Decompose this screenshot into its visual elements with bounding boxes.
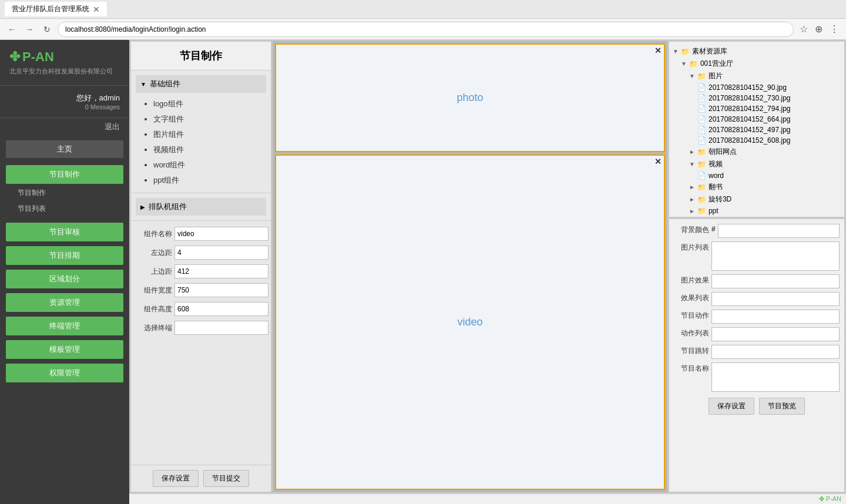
jump-input[interactable] bbox=[711, 345, 840, 359]
tree-label-0: 001营业厅 bbox=[700, 59, 733, 69]
toggle-9: ▼ bbox=[689, 161, 695, 167]
toggle-13: ► bbox=[689, 208, 695, 214]
subitem-program-list[interactable]: 节目列表 bbox=[6, 201, 123, 217]
prop-name-input[interactable] bbox=[174, 227, 268, 241]
action-input[interactable] bbox=[711, 310, 840, 324]
tree-item-11[interactable]: ► 📁 翻书 bbox=[689, 181, 841, 193]
basic-components-section: ▼ 基础组件 logo组件 文字组件 图片组件 视频组件 word组件 ppt组… bbox=[131, 70, 271, 193]
save-settings-button[interactable]: 保存设置 bbox=[153, 470, 199, 487]
logo-symbol: ✤ bbox=[9, 49, 20, 65]
widget-video-close-icon[interactable]: ✕ bbox=[654, 157, 662, 166]
toggle-11: ► bbox=[689, 184, 695, 190]
folder-icon-0: 📁 bbox=[689, 60, 698, 68]
sidebar-item-permission[interactable]: 权限管理 bbox=[6, 364, 123, 382]
home-button[interactable]: 主页 bbox=[6, 140, 123, 158]
tree-item-4[interactable]: 📄 20170828104152_794.jpg bbox=[697, 103, 841, 114]
tree-item-5[interactable]: 📄 20170828104152_664.jpg bbox=[697, 114, 841, 125]
component-image[interactable]: 图片组件 bbox=[153, 127, 266, 142]
setting-row-action: 节目动作 bbox=[674, 310, 840, 324]
tree-label-13: ppt bbox=[709, 207, 719, 215]
sidebar-item-program-schedule[interactable]: 节目排期 bbox=[6, 246, 123, 265]
tab-title: 营业厅排队后台管理系统 bbox=[12, 4, 89, 14]
component-ppt[interactable]: ppt组件 bbox=[153, 173, 266, 188]
menu-icon[interactable]: ⋮ bbox=[827, 22, 841, 36]
folder-icon-11: 📁 bbox=[697, 183, 706, 191]
prop-height-input[interactable] bbox=[174, 302, 268, 316]
actionlist-input[interactable] bbox=[711, 327, 840, 341]
tree-item-1[interactable]: ▼ 📁 图片 bbox=[689, 70, 841, 82]
prop-left-input[interactable] bbox=[174, 246, 268, 260]
subitem-program-create[interactable]: 节目制作 bbox=[6, 185, 123, 201]
section-header-program-create[interactable]: 节目制作 bbox=[6, 165, 123, 184]
tree-label-6: 20170828104152_497.jpg bbox=[709, 126, 790, 134]
imageeffect-input[interactable] bbox=[711, 274, 840, 288]
component-text[interactable]: 文字组件 bbox=[153, 112, 266, 127]
submit-program-button[interactable]: 节目提交 bbox=[203, 470, 249, 487]
sidebar-item-resource[interactable]: 资源管理 bbox=[6, 293, 123, 312]
imagelist-label: 图片列表 bbox=[674, 241, 709, 253]
sidebar-item-terminal[interactable]: 终端管理 bbox=[6, 317, 123, 335]
file-tree-panel: ▼ 📁 素材资源库 ▼ 📁 001营业厅 ▼ � bbox=[669, 41, 845, 217]
back-button[interactable]: ← bbox=[5, 22, 19, 36]
effectlist-label: 效果列表 bbox=[674, 292, 709, 303]
prop-action-buttons: 保存设置 节目提交 bbox=[131, 465, 271, 492]
tree-item-9[interactable]: ▼ 📁 视频 bbox=[689, 158, 841, 170]
tree-item-10[interactable]: 📄 word bbox=[697, 170, 841, 181]
sidebar-user: 您好，admin 0 Messages bbox=[0, 86, 129, 118]
component-logo[interactable]: logo组件 bbox=[153, 96, 266, 112]
tree-item-6[interactable]: 📄 20170828104152_497.jpg bbox=[697, 125, 841, 135]
right-save-button[interactable]: 保存设置 bbox=[709, 398, 754, 415]
tree-item-0[interactable]: ▼ 📁 001营业厅 bbox=[681, 58, 841, 70]
bookmark-icon[interactable]: ☆ bbox=[797, 22, 810, 36]
imagelist-textarea[interactable] bbox=[711, 241, 840, 271]
forward-button[interactable]: → bbox=[22, 22, 36, 36]
tree-label-11: 翻书 bbox=[709, 182, 723, 192]
tree-level3-word: 📄 word bbox=[689, 170, 841, 181]
tree-label-2: 20170828104152_90.jpg bbox=[709, 83, 787, 92]
tree-root[interactable]: ▼ 📁 素材资源库 bbox=[673, 45, 841, 58]
tree-item-13[interactable]: ► 📁 ppt bbox=[689, 206, 841, 216]
toggle-8: ► bbox=[689, 149, 695, 155]
bgcolor-input[interactable] bbox=[718, 224, 840, 238]
prop-top-input[interactable] bbox=[174, 264, 268, 278]
tree-label-10: word bbox=[709, 172, 724, 180]
tree-item-8[interactable]: ► 📁 朝阳网点 bbox=[689, 146, 841, 158]
setting-action-buttons: 保存设置 节目预览 bbox=[674, 398, 840, 415]
prop-width-input[interactable] bbox=[174, 283, 268, 297]
effectlist-input[interactable] bbox=[711, 292, 840, 306]
address-bar[interactable] bbox=[58, 22, 794, 37]
right-preview-button[interactable]: 节目预览 bbox=[759, 398, 805, 415]
logout-link[interactable]: 退出 bbox=[105, 122, 120, 131]
canvas-widget-video[interactable]: ✕ video bbox=[275, 154, 665, 490]
canvas-widget-photo[interactable]: ✕ photo bbox=[275, 43, 665, 152]
tree-item-3[interactable]: 📄 20170828104152_730.jpg bbox=[697, 93, 841, 103]
browser-tab[interactable]: 营业厅排队后台管理系统 ✕ bbox=[5, 2, 107, 16]
app-wrapper: ✤ P-AN 北京平安力合科技发展股份有限公司 您好，admin 0 Messa… bbox=[0, 40, 846, 504]
queue-machine-header[interactable]: ▶ 排队机组件 bbox=[136, 198, 266, 216]
prop-row-top: 上边距 bbox=[137, 264, 265, 278]
prop-height-label: 组件高度 bbox=[137, 304, 172, 314]
file-icon-10: 📄 bbox=[697, 172, 706, 180]
sidebar-item-template[interactable]: 模板管理 bbox=[6, 340, 123, 359]
queue-machine-label: 排队机组件 bbox=[149, 201, 187, 212]
programname-textarea[interactable] bbox=[711, 362, 840, 392]
toggle-0: ▼ bbox=[681, 61, 687, 67]
sidebar-item-program-review[interactable]: 节目审核 bbox=[6, 223, 123, 241]
widget-photo-close-icon[interactable]: ✕ bbox=[654, 46, 662, 55]
prop-terminal-label: 选择终端 bbox=[137, 323, 172, 333]
prop-terminal-input[interactable] bbox=[174, 321, 268, 335]
refresh-button[interactable]: ↻ bbox=[40, 22, 54, 36]
file-icon-3: 📄 bbox=[697, 94, 706, 102]
tree-label-12: 旋转3D bbox=[709, 194, 731, 204]
tree-item-14[interactable]: ► 📁 logo bbox=[689, 216, 841, 217]
basic-components-header[interactable]: ▼ 基础组件 bbox=[136, 75, 266, 93]
sidebar-item-region[interactable]: 区域划分 bbox=[6, 270, 123, 288]
extension-icon[interactable]: ⊕ bbox=[813, 22, 825, 36]
component-word[interactable]: word组件 bbox=[153, 157, 266, 173]
tree-item-12[interactable]: ► 📁 旋转3D bbox=[689, 193, 841, 206]
component-video[interactable]: 视频组件 bbox=[153, 142, 266, 157]
tree-label-8: 朝阳网点 bbox=[709, 147, 737, 157]
tab-close-btn[interactable]: ✕ bbox=[93, 5, 100, 14]
tree-item-7[interactable]: 📄 20170828104152_608.jpg bbox=[697, 135, 841, 146]
tree-item-2[interactable]: 📄 20170828104152_90.jpg bbox=[697, 82, 841, 93]
